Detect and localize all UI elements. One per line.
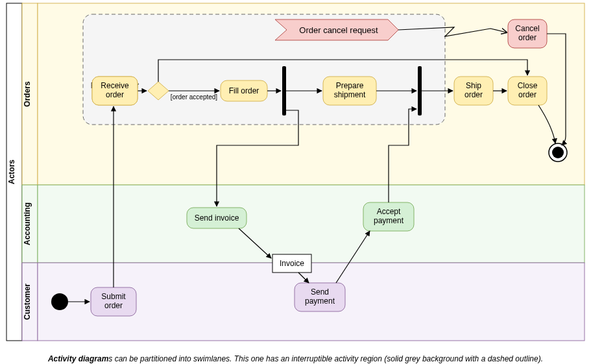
swimlane-group-label: Actors — [7, 160, 16, 184]
svg-text:Close: Close — [518, 81, 538, 90]
svg-point-23 — [552, 147, 564, 158]
lane-body-accounting — [38, 185, 585, 263]
svg-text:order: order — [518, 90, 537, 99]
svg-text:payment: payment — [374, 216, 404, 225]
svg-text:Ship: Ship — [466, 81, 481, 90]
svg-point-29 — [51, 293, 68, 310]
join-bar — [418, 66, 422, 115]
activity-label: Send invoice — [195, 213, 239, 223]
activity-diagram: Actors Orders Accounting Customer Receiv… — [0, 0, 591, 350]
svg-text:Cancel: Cancel — [515, 24, 539, 33]
signal-cancel-request: Order cancel request — [275, 19, 398, 40]
caption-bold: Activity diagram — [48, 354, 108, 363]
signal-label: Order cancel request — [299, 25, 378, 35]
caption-rest: s can be partitioned into swimlanes. Thi… — [108, 354, 543, 363]
edge-guard: [order accepted] — [171, 93, 217, 101]
final-node — [549, 143, 567, 162]
initial-node — [51, 293, 68, 310]
svg-text:order: order — [106, 90, 124, 99]
svg-text:Accept: Accept — [377, 207, 401, 216]
lane-label-accounting: Accounting — [23, 202, 32, 245]
svg-text:Send: Send — [311, 287, 329, 297]
object-invoice: Invoice — [272, 254, 311, 273]
svg-text:Submit: Submit — [101, 292, 126, 301]
activity-fill-order: Fill order — [221, 80, 267, 101]
lane-label-customer: Customer — [23, 284, 32, 320]
fork-bar — [282, 66, 286, 115]
caption: Activity diagrams can be partitioned int… — [0, 350, 591, 364]
svg-text:Prepare: Prepare — [336, 81, 364, 90]
lane-label-orders: Orders — [23, 81, 32, 107]
svg-text:order: order — [518, 33, 537, 42]
object-label: Invoice — [280, 259, 304, 268]
svg-text:order: order — [104, 301, 123, 310]
svg-text:payment: payment — [305, 297, 335, 306]
activity-label: Fill order — [229, 86, 259, 95]
svg-text:shipment: shipment — [334, 90, 366, 99]
activity-send-invoice: Send invoice — [187, 208, 247, 228]
svg-text:Receive: Receive — [101, 81, 129, 90]
svg-text:order: order — [464, 90, 483, 99]
